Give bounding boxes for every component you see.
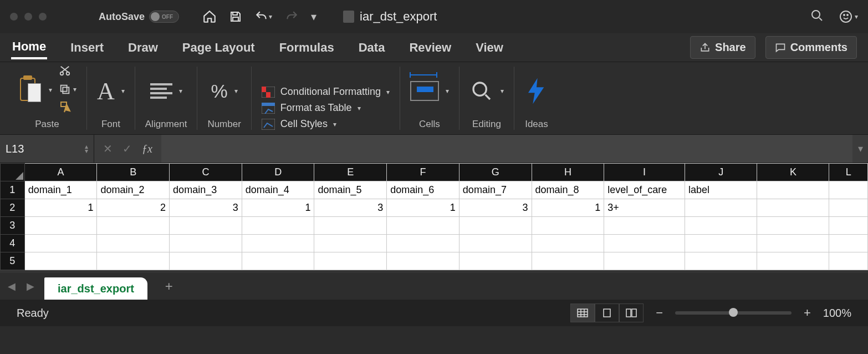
- font-icon[interactable]: A: [97, 77, 115, 105]
- format-as-table-button[interactable]: Format as Table ▾: [262, 102, 361, 114]
- col-A[interactable]: A: [24, 164, 97, 181]
- undo-icon[interactable]: ▾: [252, 7, 274, 26]
- cell-H1[interactable]: domain_8: [532, 181, 604, 199]
- col-E[interactable]: E: [314, 164, 387, 181]
- row-header-5[interactable]: 5: [1, 252, 25, 270]
- cell-A2[interactable]: 1: [24, 199, 97, 217]
- spreadsheet-grid[interactable]: A B C D E F G H I J K L 1 domain_1 domai…: [0, 163, 868, 273]
- cells-icon[interactable]: [410, 81, 439, 101]
- cell-E1[interactable]: domain_5: [314, 181, 387, 199]
- cell-G2[interactable]: 3: [459, 199, 532, 217]
- conditional-formatting-button[interactable]: Conditional Formatting ▾: [262, 86, 390, 98]
- close-icon[interactable]: [10, 13, 18, 21]
- cell-J1[interactable]: label: [685, 181, 757, 199]
- search-icon[interactable]: [810, 9, 824, 24]
- col-I[interactable]: I: [604, 164, 685, 181]
- ideas-bolt-icon[interactable]: [524, 79, 549, 103]
- row-4[interactable]: 4: [1, 235, 868, 252]
- percent-icon[interactable]: %: [211, 80, 228, 102]
- comments-button[interactable]: Comments: [765, 36, 857, 59]
- col-L[interactable]: L: [829, 164, 868, 181]
- row-header-4[interactable]: 4: [1, 235, 25, 252]
- accept-formula-icon[interactable]: ✓: [122, 142, 132, 155]
- select-all-cell[interactable]: [1, 164, 25, 181]
- row-header-3[interactable]: 3: [1, 217, 25, 235]
- zoom-in-icon[interactable]: +: [804, 306, 811, 320]
- cell-H2[interactable]: 1: [532, 199, 604, 217]
- cell-I2[interactable]: 3+: [604, 199, 685, 217]
- col-D[interactable]: D: [242, 164, 314, 181]
- sheet-tab-active[interactable]: iar_dst_export: [44, 277, 147, 300]
- formula-input[interactable]: [161, 135, 852, 163]
- cell-B2[interactable]: 2: [97, 199, 170, 217]
- cell-D1[interactable]: domain_4: [242, 181, 314, 199]
- col-J[interactable]: J: [685, 164, 757, 181]
- cell-L1[interactable]: [829, 181, 868, 199]
- tab-home[interactable]: Home: [11, 36, 47, 59]
- tab-insert[interactable]: Insert: [69, 37, 105, 58]
- alignment-icon[interactable]: [150, 81, 172, 101]
- formula-expand-icon[interactable]: ▾: [852, 143, 868, 155]
- share-button[interactable]: Share: [690, 36, 755, 59]
- tab-draw[interactable]: Draw: [127, 37, 159, 58]
- col-B[interactable]: B: [97, 164, 170, 181]
- autosave-switch[interactable]: OFF: [149, 11, 179, 23]
- col-H[interactable]: H: [532, 164, 604, 181]
- view-normal-icon[interactable]: [570, 304, 595, 322]
- cell-C1[interactable]: domain_3: [170, 181, 242, 199]
- maximize-icon[interactable]: [39, 13, 47, 21]
- qat-customize-icon[interactable]: ▾: [309, 8, 319, 26]
- format-painter-icon[interactable]: [59, 100, 76, 115]
- tab-review[interactable]: Review: [408, 37, 452, 58]
- save-icon[interactable]: [227, 8, 244, 26]
- font-dropdown[interactable]: ▾: [121, 87, 125, 95]
- minimize-icon[interactable]: [24, 13, 32, 21]
- sheet-next-icon[interactable]: ▶: [27, 280, 34, 292]
- editing-dropdown[interactable]: ▾: [501, 87, 504, 95]
- view-page-layout-icon[interactable]: [595, 304, 619, 322]
- row-1[interactable]: 1 domain_1 domain_2 domain_3 domain_4 do…: [1, 181, 868, 199]
- autosave-toggle[interactable]: AutoSave OFF: [99, 11, 179, 23]
- tab-view[interactable]: View: [474, 37, 504, 58]
- cut-icon[interactable]: [59, 64, 76, 79]
- cell-B1[interactable]: domain_2: [97, 181, 170, 199]
- redo-icon[interactable]: [282, 7, 301, 26]
- cell-K2[interactable]: [757, 199, 829, 217]
- zoom-slider[interactable]: [675, 311, 792, 315]
- editing-search-icon[interactable]: [469, 79, 494, 103]
- number-dropdown[interactable]: ▾: [234, 87, 238, 95]
- name-box-spinner[interactable]: ▴▾: [85, 144, 88, 153]
- cell-J2[interactable]: [685, 199, 757, 217]
- cell-A1[interactable]: domain_1: [24, 181, 97, 199]
- cancel-formula-icon[interactable]: ✕: [103, 142, 113, 155]
- cell-F2[interactable]: 1: [387, 199, 459, 217]
- add-sheet-icon[interactable]: +: [165, 279, 173, 294]
- home-icon[interactable]: [200, 7, 219, 26]
- column-headers[interactable]: A B C D E F G H I J K L: [1, 164, 868, 181]
- cell-E2[interactable]: 3: [314, 199, 387, 217]
- cell-K1[interactable]: [757, 181, 829, 199]
- alignment-dropdown[interactable]: ▾: [179, 87, 182, 95]
- cells-dropdown[interactable]: ▾: [446, 87, 449, 95]
- emoji-icon[interactable]: ▾: [839, 10, 858, 23]
- row-header-2[interactable]: 2: [1, 199, 25, 217]
- row-3[interactable]: 3: [1, 217, 868, 235]
- zoom-value[interactable]: 100%: [823, 307, 851, 320]
- view-page-break-icon[interactable]: [619, 304, 644, 322]
- clipboard-icon[interactable]: [18, 75, 42, 104]
- copy-icon[interactable]: ▾: [59, 83, 76, 95]
- col-F[interactable]: F: [387, 164, 459, 181]
- row-header-1[interactable]: 1: [1, 181, 25, 199]
- fx-icon[interactable]: ƒx: [142, 143, 152, 155]
- col-G[interactable]: G: [459, 164, 532, 181]
- tab-page-layout[interactable]: Page Layout: [181, 37, 256, 58]
- cell-L2[interactable]: [829, 199, 868, 217]
- tab-data[interactable]: Data: [358, 37, 386, 58]
- tab-formulas[interactable]: Formulas: [278, 37, 335, 58]
- cell-G1[interactable]: domain_7: [459, 181, 532, 199]
- row-5[interactable]: 5: [1, 252, 868, 270]
- cell-F1[interactable]: domain_6: [387, 181, 459, 199]
- cell-D2[interactable]: 1: [242, 199, 314, 217]
- cell-I1[interactable]: level_of_care: [604, 181, 685, 199]
- cell-styles-button[interactable]: Cell Styles ▾: [262, 118, 336, 130]
